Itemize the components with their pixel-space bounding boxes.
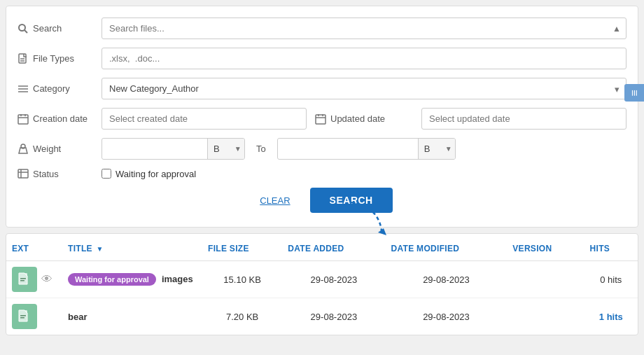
weight-to-unit-select[interactable]: B KB MB: [418, 139, 455, 159]
approval-badge: Waiting for approval: [68, 273, 156, 286]
svg-rect-26: [20, 317, 24, 319]
weight-controls: B KB MB ▾ To B KB MB: [102, 138, 626, 160]
row-title: bear: [68, 312, 87, 322]
col-date-modified: DATE MODIFIED: [386, 237, 507, 261]
title-cell: Waiting for approvalimages: [62, 261, 202, 298]
clear-button[interactable]: CLEAR: [251, 190, 298, 211]
date-inputs: Updated date: [102, 108, 626, 130]
title-cell: bear: [62, 298, 202, 335]
hidden-icon: 👁: [41, 273, 52, 286]
ext-icon: [12, 267, 37, 292]
search-input-wrap: ▲: [102, 18, 626, 39]
creation-date-input[interactable]: [102, 108, 307, 130]
weight-from-input[interactable]: [102, 139, 207, 159]
search-button[interactable]: SEARCH: [310, 188, 393, 213]
date-modified-cell: 29-08-2023: [386, 261, 507, 298]
results-container: EXT TITLE ▼ FILE SIZE DATE ADDED DATE MO…: [6, 233, 638, 335]
svg-line-1: [24, 30, 27, 33]
col-filesize: FILE SIZE: [202, 237, 282, 261]
weight-from-wrap: B KB MB ▾: [102, 138, 245, 160]
svg-rect-25: [20, 315, 26, 316]
results-table: EXT TITLE ▼ FILE SIZE DATE ADDED DATE MO…: [6, 237, 638, 335]
date-added-cell: 29-08-2023: [282, 261, 385, 298]
file-types-input[interactable]: [102, 48, 626, 69]
ext-cell: [6, 298, 62, 335]
col-version: VERSION: [507, 237, 584, 261]
updated-date-field: [421, 108, 626, 130]
table-row: 👁 Waiting for approvalimages15.10 KB29-0…: [6, 261, 638, 298]
svg-rect-23: [20, 280, 24, 281]
filesize-cell: 7.20 KB: [202, 298, 282, 335]
hits-cell: 0 hits: [584, 261, 638, 298]
category-select[interactable]: New Category_Author: [102, 78, 626, 99]
svg-rect-8: [18, 115, 28, 124]
ext-cell: 👁: [6, 261, 62, 298]
file-types-label: File Types: [18, 53, 102, 64]
side-filter-icon[interactable]: ≡: [624, 84, 644, 102]
status-control: Waiting for approval: [102, 169, 626, 179]
action-row: CLEAR SEARCH: [18, 188, 626, 213]
weight-label: Weight: [18, 144, 102, 155]
svg-point-0: [19, 25, 25, 31]
waiting-approval-checkbox[interactable]: [102, 169, 111, 179]
updated-date-label: Updated date: [315, 113, 413, 125]
weight-to-input[interactable]: [278, 139, 418, 159]
col-date-added: DATE ADDED: [282, 237, 385, 261]
svg-rect-17: [18, 169, 28, 178]
date-modified-cell: 29-08-2023: [386, 298, 507, 335]
to-label: To: [251, 144, 272, 154]
title-sort-icon: ▼: [96, 245, 103, 253]
file-types-control: [102, 48, 626, 69]
weight-from-unit-select[interactable]: B KB MB: [207, 139, 244, 159]
search-label: Search: [18, 23, 102, 34]
row-title: images: [162, 274, 193, 284]
ext-icon: [12, 304, 37, 329]
filesize-cell: 15.10 KB: [202, 261, 282, 298]
version-cell: [507, 298, 584, 335]
col-title[interactable]: TITLE ▼: [62, 237, 202, 261]
category-select-wrap: New Category_Author: [102, 78, 626, 99]
weight-to-wrap: B KB MB ▾: [277, 138, 456, 160]
date-added-cell: 29-08-2023: [282, 298, 385, 335]
search-input[interactable]: [102, 18, 626, 39]
category-label: Category: [18, 83, 102, 95]
svg-rect-22: [20, 278, 26, 279]
svg-rect-12: [316, 115, 326, 124]
weight-to-unit-wrap: B KB MB ▾: [418, 139, 455, 159]
status-label: Status: [18, 168, 102, 179]
col-hits: HITS: [584, 237, 638, 261]
search-dropdown-icon[interactable]: ▲: [612, 24, 621, 34]
waiting-approval-label: Waiting for approval: [115, 169, 196, 179]
creation-date-label: Creation date: [18, 113, 102, 125]
version-cell: [507, 261, 584, 298]
col-ext: EXT: [6, 237, 62, 261]
hits-cell: 1 hits: [584, 298, 638, 335]
updated-date-input[interactable]: [421, 108, 626, 130]
weight-from-unit-wrap: B KB MB ▾: [207, 139, 244, 159]
creation-date-field: [102, 108, 307, 130]
table-row: bear7.20 KB29-08-202329-08-20231 hits: [6, 298, 638, 335]
